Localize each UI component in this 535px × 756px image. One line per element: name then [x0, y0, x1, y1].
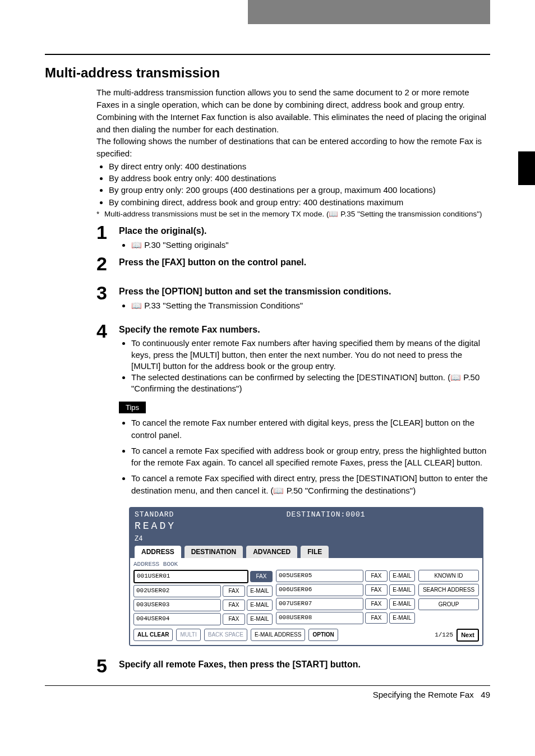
top-rule: [45, 54, 490, 55]
tips-list: To cancel the remote Fax number entered …: [119, 417, 490, 497]
fax-chip[interactable]: FAX: [365, 570, 388, 582]
all-clear-button[interactable]: ALL CLEAR: [133, 629, 173, 641]
footnote: *Multi-address transmissions must be set…: [96, 209, 490, 219]
back-space-button[interactable]: BACK SPACE: [204, 629, 247, 641]
tip-item: To cancel the remote Fax number entered …: [131, 417, 490, 441]
email-chip[interactable]: E-MAIL: [247, 614, 273, 625]
step-1-item: 📖 P.30 "Setting originals": [131, 239, 490, 251]
option-button[interactable]: OPTION: [308, 629, 338, 641]
fax-chip[interactable]: FAX: [223, 586, 245, 597]
address-entry[interactable]: 007USER07: [276, 598, 363, 610]
footer-rule: [45, 685, 490, 686]
fax-chip[interactable]: FAX: [365, 612, 388, 624]
tab-destination[interactable]: DESTINATION: [185, 546, 243, 558]
footnote-text: Multi-address transmissions must be set …: [104, 210, 482, 218]
intro-bullets: By direct entry only: 400 destinations B…: [96, 161, 490, 208]
address-entry[interactable]: 001USER01: [133, 570, 248, 583]
group-button[interactable]: GROUP: [418, 598, 479, 611]
footer-page-number: 49: [481, 690, 490, 699]
tab-file[interactable]: FILE: [301, 546, 329, 558]
step-3-item: 📖 P.33 "Setting the Transmission Conditi…: [131, 300, 490, 311]
tab-advanced[interactable]: ADVANCED: [246, 546, 297, 558]
email-chip[interactable]: E-MAIL: [389, 598, 415, 610]
fax-chip[interactable]: FAX: [223, 600, 245, 611]
fax-chip[interactable]: FAX: [365, 584, 388, 596]
email-chip[interactable]: E-MAIL: [389, 570, 415, 582]
address-entry[interactable]: 002USER02: [133, 585, 221, 597]
bullet-item: By direct entry only: 400 destinations: [109, 161, 490, 172]
address-book-label: ADDRESS BOOK: [133, 560, 479, 569]
intro-paragraph-2: The following shows the number of destin…: [96, 135, 490, 160]
address-entry[interactable]: 008USER08: [276, 612, 363, 624]
address-entry[interactable]: 005USER05: [276, 570, 363, 582]
bullet-item: By address book entry only: 400 destinat…: [109, 173, 490, 184]
fax-chip[interactable]: FAX: [250, 571, 273, 582]
step-number-4: 4: [96, 321, 119, 395]
step-number-5: 5: [96, 656, 119, 675]
footer-section: Specifying the Remote Fax: [373, 690, 474, 699]
email-address-button[interactable]: E-MAIL ADDRESS: [251, 629, 306, 641]
black-index-tab: [518, 151, 535, 185]
step-4-item: To continuously enter remote Fax numbers…: [131, 338, 490, 372]
address-entry[interactable]: 004USER04: [133, 613, 221, 625]
step-4-item: The selected destinations can be confirm…: [131, 372, 490, 395]
page-indicator: 1/125: [435, 631, 453, 639]
bullet-item: By combining direct, address book and gr…: [109, 197, 490, 208]
tip-item: To cancel a remote Fax specified with ad…: [131, 445, 490, 469]
top-dark-band: [248, 0, 490, 24]
step-3-title: Press the [OPTION] button and set the tr…: [119, 285, 490, 298]
status-ready: READY: [130, 519, 482, 534]
step-2-title: Press the [FAX] button on the control pa…: [119, 256, 490, 269]
step-4-title: Specify the remote Fax numbers.: [119, 324, 490, 336]
step-5-title: Specify all remote Faxes, then press the…: [119, 658, 490, 671]
email-chip[interactable]: E-MAIL: [247, 586, 273, 597]
fax-ui-screenshot: STANDARD DESTINATION:0001 READY Z4 ADDRE…: [129, 507, 483, 646]
multi-button[interactable]: MULTI: [176, 629, 200, 641]
email-chip[interactable]: E-MAIL: [389, 584, 415, 596]
search-address-button[interactable]: SEARCH ADDRESS: [418, 584, 479, 596]
bullet-item: By group entry only: 200 groups (400 des…: [109, 185, 490, 196]
step-number-3: 3: [96, 283, 119, 311]
tips-label: Tips: [119, 402, 146, 414]
tab-address[interactable]: ADDRESS: [135, 546, 181, 558]
asterisk-icon: *: [96, 209, 104, 219]
tip-item: To cancel a remote Fax specified with di…: [131, 472, 490, 497]
fax-chip[interactable]: FAX: [223, 614, 245, 625]
email-chip[interactable]: E-MAIL: [389, 612, 415, 624]
address-entry[interactable]: 003USER03: [133, 599, 221, 611]
status-z4: Z4: [130, 534, 482, 546]
address-entry[interactable]: 006USER06: [276, 584, 363, 596]
email-chip[interactable]: E-MAIL: [247, 600, 273, 611]
known-id-button[interactable]: KNOWN ID: [418, 570, 479, 582]
fax-chip[interactable]: FAX: [365, 598, 388, 610]
next-button[interactable]: Next: [456, 629, 479, 642]
page-title: Multi-address transmission: [45, 64, 490, 82]
intro-paragraph-1: The multi-address transmission function …: [96, 86, 490, 135]
destination-counter: DESTINATION:0001: [287, 510, 366, 520]
step-1-title: Place the original(s).: [119, 225, 490, 237]
step-number-1: 1: [96, 223, 119, 251]
status-standard: STANDARD: [135, 510, 174, 520]
footer: Specifying the Remote Fax 49: [45, 689, 490, 700]
step-number-2: 2: [96, 254, 119, 273]
